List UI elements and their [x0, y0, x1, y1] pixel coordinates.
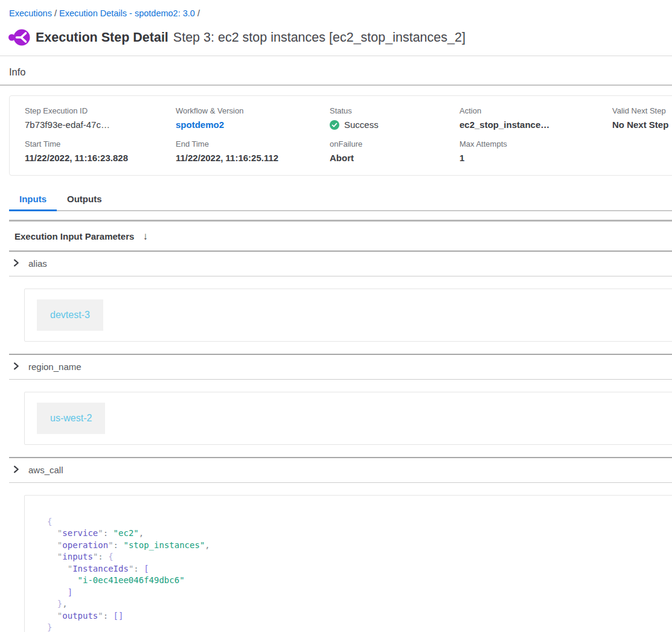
download-icon[interactable]: ↓ — [142, 231, 148, 243]
breadcrumb-separator: / — [195, 8, 200, 18]
info-field-value: 1 — [459, 153, 612, 163]
code-line: } — [47, 622, 667, 632]
info-field-label: Valid Next Step — [612, 106, 672, 115]
chevron-right-icon — [12, 465, 20, 476]
parameter-sections: aliasdevtest-3region_nameus-west-2aws_ca… — [0, 251, 672, 632]
tab-inputs[interactable]: Inputs — [9, 190, 57, 211]
info-field-onfailure: onFailureAbort — [330, 139, 459, 163]
tab-bar: InputsOutputs — [9, 190, 672, 211]
json-code-block: { "service": "ec2", "operation": "stop_i… — [47, 516, 667, 632]
page-title: Execution Step Detail — [36, 30, 168, 45]
info-field-value: 11/22/2022, 11:16:25.112 — [176, 153, 330, 163]
section-divider — [9, 276, 672, 276]
info-field-max-attempts: Max Attempts1 — [459, 139, 612, 163]
code-line: "inputs": { — [47, 551, 667, 563]
params-heading-label: Execution Input Parameters — [14, 231, 134, 241]
value-chip: us-west-2 — [37, 403, 105, 434]
tab-outputs[interactable]: Outputs — [57, 190, 112, 211]
section-header-region-name[interactable]: region_name — [0, 355, 672, 379]
chevron-right-icon — [12, 258, 20, 269]
value-chip: devtest-3 — [37, 299, 103, 331]
section-name: aws_call — [28, 465, 63, 475]
code-line: "i-0ec41ee046f49dbc6" — [47, 575, 667, 587]
breadcrumb-separator: / — [52, 8, 59, 18]
info-field-label: Action — [459, 106, 612, 115]
section-panel-alias: devtest-3 — [24, 289, 672, 342]
page-header: Execution Step DetailStep 3: ec2 stop in… — [8, 27, 672, 48]
status-text: Success — [344, 120, 379, 130]
info-field-end-time: End Time11/22/2022, 11:16:25.112 — [176, 139, 330, 163]
info-field-label: Max Attempts — [459, 139, 612, 148]
info-field-value: 7b73f93e-edaf-47c… — [25, 120, 176, 130]
section-name: region_name — [28, 362, 82, 372]
title-divider — [0, 56, 672, 56]
info-field-step-execution-id: Step Execution ID7b73f93e-edaf-47c… — [25, 106, 176, 130]
section-header-aws-call[interactable]: aws_call — [0, 458, 672, 482]
tabs-divider — [9, 220, 672, 222]
breadcrumb-link-execution-details-spotdemo2-3-0[interactable]: Execution Details - spotdemo2: 3.0 — [59, 8, 195, 18]
success-check-icon — [330, 120, 339, 130]
code-line: { — [47, 516, 667, 528]
section-name: alias — [28, 258, 47, 269]
section-divider — [9, 379, 672, 380]
info-divider — [0, 85, 672, 86]
page-subtitle: Step 3: ec2 stop instances [ec2_stop_ins… — [173, 30, 466, 45]
page-title-row: Execution Step DetailStep 3: ec2 stop in… — [36, 30, 466, 45]
info-field-label: Step Execution ID — [25, 106, 176, 115]
breadcrumb-link-executions[interactable]: Executions — [9, 8, 52, 18]
info-card: Step Execution ID7b73f93e-edaf-47c…Workf… — [9, 95, 672, 176]
info-field-value: ec2_stop_instance… — [459, 120, 612, 130]
info-field-value: No Next Step — [612, 120, 672, 130]
code-line: "outputs": [] — [47, 610, 667, 622]
info-field-label: Status — [330, 106, 459, 115]
info-field-valid-next-step: Valid Next StepNo Next Step — [612, 106, 672, 130]
info-field-value: spotdemo2 — [176, 120, 330, 130]
breadcrumb: Executions / Execution Details - spotdem… — [9, 8, 672, 18]
code-line: "InstanceIds": [ — [47, 563, 667, 575]
info-field-value: 11/22/2022, 11:16:23.828 — [25, 153, 176, 163]
info-field-workflow-version: Workflow & Versionspotdemo2 — [176, 106, 330, 130]
code-line: ] — [47, 587, 667, 599]
info-section: Info Step Execution ID7b73f93e-edaf-47c…… — [0, 66, 672, 176]
workflow-link[interactable]: spotdemo2 — [176, 120, 224, 130]
info-field-label: onFailure — [330, 139, 459, 148]
info-field-action: Actionec2_stop_instance… — [459, 106, 612, 130]
section-panel-aws-call: { "service": "ec2", "operation": "stop_i… — [24, 495, 672, 632]
info-field-start-time: Start Time11/22/2022, 11:16:23.828 — [25, 139, 176, 163]
info-heading: Info — [9, 66, 672, 78]
execution-step-detail-page: Executions / Execution Details - spotdem… — [0, 8, 672, 632]
section-panel-region-name: us-west-2 — [24, 392, 672, 445]
info-field-label: Workflow & Version — [176, 106, 330, 115]
info-field-value: Abort — [330, 153, 459, 163]
section-divider — [9, 482, 672, 483]
execution-input-parameters-heading: Execution Input Parameters ↓ — [14, 231, 672, 243]
chevron-right-icon — [12, 362, 20, 372]
workflow-logo-icon — [8, 27, 30, 48]
section-header-alias[interactable]: alias — [0, 252, 672, 276]
code-line: "operation": "stop_instances", — [47, 540, 667, 552]
info-field-label: Start Time — [25, 139, 176, 148]
info-field-value: Success — [330, 120, 459, 130]
code-line: }, — [47, 598, 667, 610]
code-line: "service": "ec2", — [47, 528, 667, 540]
info-field-status: StatusSuccess — [330, 106, 459, 130]
info-field-label: End Time — [176, 139, 330, 148]
